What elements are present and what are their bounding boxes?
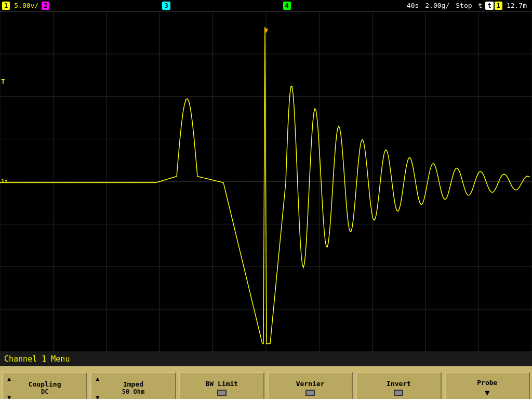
ch1-badge: 1 bbox=[2, 2, 10, 10]
trig-ch-badge: 1 bbox=[495, 2, 502, 10]
imped-label: Imped bbox=[123, 380, 143, 388]
trig-value: 12.7m bbox=[503, 2, 530, 9]
trigger-arrow: ▼ bbox=[264, 26, 268, 34]
coupling-up-arrow[interactable]: ▲ bbox=[7, 375, 11, 382]
bwlimit-checkbox[interactable] bbox=[217, 390, 227, 396]
ch1-ground-marker: 1↑ bbox=[1, 178, 8, 184]
coupling-button[interactable]: ▲ Coupling DC ▼ bbox=[2, 372, 87, 400]
probe-down-icon: ▼ bbox=[485, 388, 490, 397]
coupling-down-arrow[interactable]: ▼ bbox=[7, 394, 11, 400]
menu-bar: Channel 1 Menu ▲ Coupling DC ▼ ▲ Imped 5… bbox=[0, 352, 532, 399]
oscilloscope-screen: T 1↑ ▼ bbox=[0, 11, 532, 352]
menu-title: Channel 1 Menu bbox=[0, 352, 532, 366]
ch2-badge: 2 bbox=[42, 2, 49, 10]
invert-button[interactable]: Invert bbox=[356, 372, 441, 400]
timebase-div: 2.00g/ bbox=[422, 2, 453, 9]
imped-down-arrow[interactable]: ▼ bbox=[96, 394, 99, 400]
invert-checkbox[interactable] bbox=[394, 390, 403, 396]
imped-button[interactable]: ▲ Imped 50 Ohm ▼ bbox=[90, 372, 176, 400]
coupling-value: DC bbox=[41, 388, 48, 395]
imped-up-arrow[interactable]: ▲ bbox=[96, 375, 99, 382]
vernier-checkbox[interactable] bbox=[305, 390, 315, 396]
menu-buttons: ▲ Coupling DC ▼ ▲ Imped 50 Ohm ▼ BW Limi… bbox=[0, 366, 532, 399]
trig-badge: t bbox=[485, 2, 493, 10]
waveform-path bbox=[0, 27, 530, 344]
bwlimit-button[interactable]: BW Limit bbox=[179, 372, 264, 400]
ch4-badge: 4 bbox=[283, 2, 291, 10]
ch1-scale: 5.00v/ bbox=[11, 2, 42, 9]
trig-icon: t bbox=[475, 2, 486, 9]
ch3-badge: 3 bbox=[162, 2, 170, 10]
imped-value: 50 Ohm bbox=[122, 388, 144, 395]
bwlimit-label: BW Limit bbox=[206, 380, 238, 388]
probe-label: Probe bbox=[477, 379, 497, 387]
stop-label[interactable]: Stop bbox=[453, 2, 475, 9]
ch1-trigger-marker: T bbox=[1, 77, 5, 85]
coupling-label: Coupling bbox=[29, 380, 61, 388]
vernier-button[interactable]: Vernier bbox=[268, 372, 353, 400]
invert-label: Invert bbox=[387, 380, 411, 388]
probe-button[interactable]: Probe ▼ bbox=[445, 372, 530, 400]
waveform-svg bbox=[0, 11, 532, 352]
header-bar: 1 5.00v/ 2 3 4 40s 2.00g/ Stop t t 1 12.… bbox=[0, 0, 532, 11]
timebase-value: 40s bbox=[404, 2, 422, 9]
vernier-label: Vernier bbox=[296, 380, 325, 388]
